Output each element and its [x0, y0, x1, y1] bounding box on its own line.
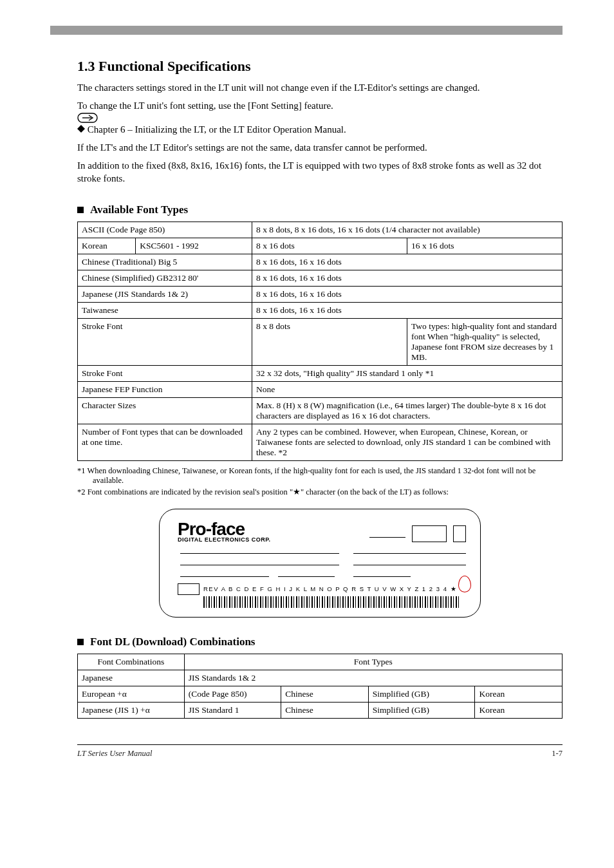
blank-line [180, 546, 339, 554]
footnote: *1 When downloading Chinese, Taiwanese, … [93, 466, 563, 486]
cell: Character Sizes [78, 397, 252, 424]
barcode-graphic [203, 596, 461, 608]
cell: Any 2 types can be combined. However, wh… [252, 424, 563, 460]
cell: 8 x 8 dots, 8 x 16 dots, 16 x 16 dots (1… [252, 222, 563, 238]
brand-logo: Pro-face DIGITAL ELECTRONICS CORP. [178, 521, 271, 542]
table-row: Japanese (JIS 1) +α JIS Standard 1 Chine… [78, 702, 563, 718]
cell: Chinese (Simplified) GB2312 80' [78, 270, 252, 286]
table-row: Character Sizes Max. 8 (H) x 8 (W) magni… [78, 397, 563, 424]
cell: (Code Page 850) [184, 686, 281, 702]
blank-line [353, 569, 411, 577]
table-row: Font Combinations Font Types [78, 654, 563, 670]
table-row: Japanese (JIS Standards 1& 2) 8 x 16 dot… [78, 286, 563, 302]
cell: JIS Standards 1& 2 [184, 670, 562, 686]
text-run: To change the LT unit's font setting, us… [77, 100, 333, 111]
cell: Max. 8 (H) x 8 (W) magnification (i.e., … [252, 397, 563, 424]
cell: 32 x 32 dots, "High quality" JIS standar… [252, 365, 563, 381]
cell: Taiwanese [78, 302, 252, 318]
square-bullet-icon [77, 207, 84, 213]
blank-line [180, 569, 269, 577]
blank-line [369, 530, 405, 538]
cell: 8 x 8 dots [252, 318, 407, 365]
cell: Number of Font types that can be downloa… [78, 424, 252, 460]
table-row: European +α (Code Page 850) Chinese Simp… [78, 686, 563, 702]
table-row: Japanese JIS Standards 1& 2 [78, 670, 563, 686]
paragraph: The characters settings stored in the LT… [77, 81, 563, 94]
font-types-table: ASCII (Code Page 850) 8 x 8 dots, 8 x 16… [77, 222, 563, 461]
cell: 8 x 16 dots, 16 x 16 dots [252, 254, 563, 270]
brand-subtitle: DIGITAL ELECTRONICS CORP. [178, 537, 271, 542]
subsection-heading: Font DL (Download) Combinations [77, 636, 563, 648]
subsection-title: Available Font Types [90, 203, 188, 216]
cell: 16 x 16 dots [407, 238, 563, 254]
blank-box [178, 583, 200, 595]
blank-box [453, 525, 466, 542]
blank-line [353, 546, 466, 554]
footer-title: LT Series User Manual [77, 749, 153, 759]
table-row: Chinese (Simplified) GB2312 80' 8 x 16 d… [78, 270, 563, 286]
svg-marker-2 [77, 125, 85, 133]
footnote: *2 Font combinations are indicated by th… [93, 487, 563, 497]
cell: European +α [78, 686, 185, 702]
page-number: 1-7 [552, 749, 563, 759]
cell: Stroke Font [78, 365, 252, 381]
cell: Japanese FEP Function [78, 381, 252, 397]
subsection-heading: Available Font Types [77, 203, 563, 216]
paragraph: To change the LT unit's font setting, us… [77, 99, 563, 136]
blank-line [353, 558, 466, 565]
diamond-icon [77, 124, 88, 135]
section-title: 1.3 Functional Specifications [77, 58, 563, 75]
table-row: Korean KSC5601 - 1992 8 x 16 dots 16 x 1… [78, 238, 563, 254]
table-row: Stroke Font 32 x 32 dots, "High quality"… [78, 365, 563, 381]
cell: Chinese [281, 702, 369, 718]
cell: 8 x 16 dots [252, 238, 407, 254]
cell: Japanese (JIS Standards 1& 2) [78, 286, 252, 302]
table-row: Taiwanese 8 x 16 dots, 16 x 16 dots [78, 302, 563, 318]
paragraph: In addition to the fixed (8x8, 8x16, 16x… [77, 159, 563, 185]
cell: Korean [78, 238, 136, 254]
blank-line [278, 569, 335, 577]
cell: Two types: high-quality font and standar… [407, 318, 563, 365]
page-footer: LT Series User Manual 1-7 [77, 744, 563, 759]
cell: Font Types [184, 654, 562, 670]
cell: 8 x 16 dots, 16 x 16 dots [252, 286, 563, 302]
subsection-title: Font DL (Download) Combinations [90, 636, 255, 648]
table-row: Stroke Font 8 x 8 dots Two types: high-q… [78, 318, 563, 365]
cell: Chinese [281, 686, 369, 702]
cell: Chinese (Traditional) Big 5 [78, 254, 252, 270]
cell: Korean [475, 702, 563, 718]
cell: Korean [475, 686, 563, 702]
table-row: Japanese FEP Function None [78, 381, 563, 397]
table-row: Number of Font types that can be downloa… [78, 424, 563, 460]
cell: 8 x 16 dots, 16 x 16 dots [252, 302, 563, 318]
header-bar [50, 26, 563, 35]
cell: 8 x 16 dots, 16 x 16 dots [252, 270, 563, 286]
cell: Simplified (GB) [368, 702, 475, 718]
cell: KSC5601 - 1992 [136, 238, 252, 254]
reference-arrow-icon [77, 113, 563, 123]
cell: None [252, 381, 563, 397]
blank-line [180, 558, 339, 565]
cell: JIS Standard 1 [184, 702, 281, 718]
blank-box [412, 525, 447, 542]
brand-name: Pro-face [178, 521, 271, 537]
rev-letters: REV A B C D E F G H I J K L M N O P Q R … [203, 585, 457, 592]
table-row: Chinese (Traditional) Big 5 8 x 16 dots,… [78, 254, 563, 270]
cell: Stroke Font [78, 318, 252, 365]
font-dl-table: Font Combinations Font Types Japanese JI… [77, 654, 563, 719]
cell: Simplified (GB) [368, 686, 475, 702]
circle-highlight-icon [458, 576, 471, 592]
paragraph: If the LT's and the LT Editor's settings… [77, 141, 563, 154]
square-bullet-icon [77, 639, 84, 645]
cell: Japanese (JIS 1) +α [78, 702, 185, 718]
section-name: Functional Specifications [98, 58, 251, 74]
cell: Font Combinations [78, 654, 185, 670]
text-run: Chapter 6 – Initializing the LT, or the … [88, 124, 346, 135]
cell: Japanese [78, 670, 185, 686]
nameplate-diagram: Pro-face DIGITAL ELECTRONICS CORP. [159, 509, 481, 618]
cell: ASCII (Code Page 850) [78, 222, 252, 238]
table-row: ASCII (Code Page 850) 8 x 8 dots, 8 x 16… [78, 222, 563, 238]
section-number: 1.3 [77, 58, 95, 74]
